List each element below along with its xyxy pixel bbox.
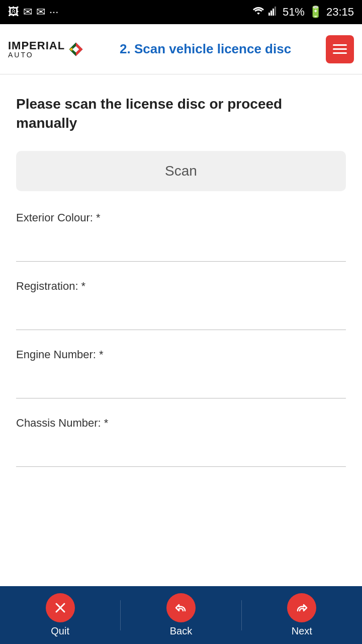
svg-rect-3 <box>275 7 276 16</box>
field-registration: Registration: * <box>16 280 346 330</box>
quit-button[interactable]: Quit <box>0 586 120 644</box>
logo-flag-icon <box>67 40 85 58</box>
battery-percentage: 51% <box>283 6 305 19</box>
step-title: 2. Scan vehicle licence disc <box>85 41 326 57</box>
battery-icon: 🔋 <box>309 6 322 19</box>
menu-button[interactable] <box>326 35 354 63</box>
logo-area: IMPERIAL AUTO <box>8 40 85 58</box>
back-button[interactable]: Back <box>121 586 241 644</box>
instruction-text: Please scan the license disc or proceed … <box>16 95 346 133</box>
status-left-icons: 🖼 ✉ ✉ ··· <box>8 6 58 19</box>
status-right-icons: 51% 🔋 23:15 <box>252 6 354 19</box>
back-label: Back <box>170 625 192 637</box>
logo-imperial-text: IMPERIAL <box>8 40 65 51</box>
next-button[interactable]: Next <box>242 586 362 644</box>
wifi-icon <box>252 6 264 19</box>
scan-button[interactable]: Scan <box>16 151 346 191</box>
registration-input[interactable] <box>16 298 346 330</box>
dots-icon: ··· <box>49 6 58 19</box>
page-content: Please scan the license disc or proceed … <box>0 74 362 586</box>
svg-rect-0 <box>268 13 270 16</box>
header: IMPERIAL AUTO 2. Scan vehicle licence di… <box>0 24 362 74</box>
chassis-number-label: Chassis Number: * <box>16 417 346 430</box>
next-label: Next <box>292 625 312 637</box>
engine-number-input[interactable] <box>16 366 346 398</box>
exterior-colour-label: Exterior Colour: * <box>16 211 346 224</box>
status-bar: 🖼 ✉ ✉ ··· 51% 🔋 23:15 <box>0 0 362 24</box>
menu-line-2 <box>333 48 347 50</box>
time-display: 23:15 <box>326 6 354 19</box>
menu-line-3 <box>333 52 347 54</box>
menu-line-1 <box>333 44 347 46</box>
next-icon <box>287 593 316 622</box>
field-exterior-colour: Exterior Colour: * <box>16 211 346 262</box>
registration-label: Registration: * <box>16 280 346 293</box>
bottom-nav: Quit Back Next <box>0 586 362 644</box>
field-engine-number: Engine Number: * <box>16 348 346 398</box>
quit-label: Quit <box>51 625 69 637</box>
logo-auto-text: AUTO <box>8 51 65 58</box>
signal-icon <box>268 6 279 19</box>
gmail2-icon: ✉ <box>36 6 45 19</box>
svg-rect-1 <box>270 11 272 16</box>
field-chassis-number: Chassis Number: * <box>16 417 346 467</box>
engine-number-label: Engine Number: * <box>16 348 346 361</box>
gmail-icon: ✉ <box>23 6 32 19</box>
chassis-number-input[interactable] <box>16 435 346 467</box>
svg-rect-2 <box>273 9 274 16</box>
image-icon: 🖼 <box>8 6 19 19</box>
exterior-colour-input[interactable] <box>16 229 346 262</box>
quit-icon <box>46 593 75 622</box>
back-icon <box>166 593 196 622</box>
